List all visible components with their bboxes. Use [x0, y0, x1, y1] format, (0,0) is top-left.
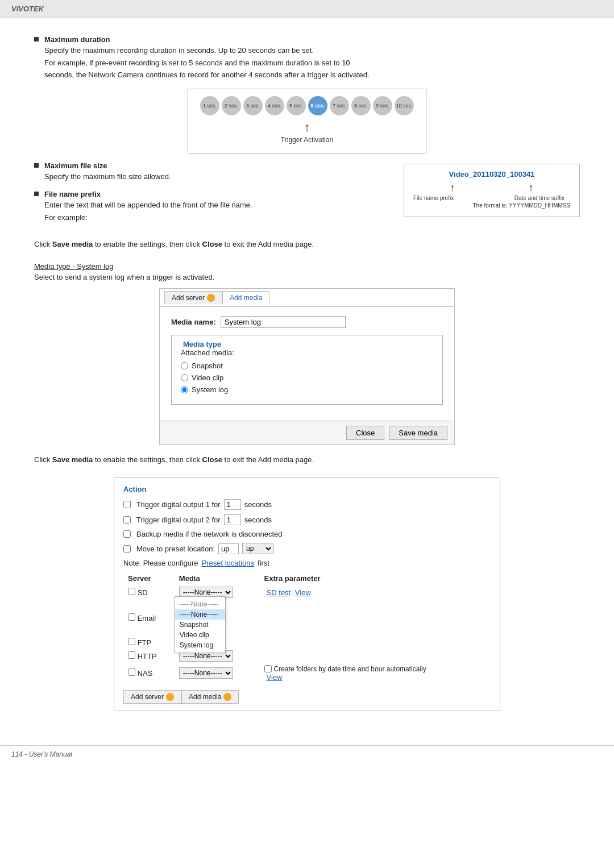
- max-duration-section: Maximum duration Specify the maximum rec…: [34, 35, 580, 81]
- file-arrows: ↑ ↑: [413, 182, 570, 194]
- move-preset-row: Move to preset location: up down left ri…: [123, 543, 491, 554]
- close-bold-2: Close: [202, 455, 222, 464]
- http-checkbox[interactable]: [128, 651, 135, 659]
- bullet-icon-2: [34, 163, 39, 168]
- max-file-size-section: Maximum file size Specify the maximum fi…: [34, 161, 392, 182]
- nas-checkbox[interactable]: [128, 668, 135, 676]
- move-preset-select[interactable]: up down left right: [242, 543, 273, 554]
- save-instruction-1: Click Save media to enable the settings,…: [34, 240, 580, 248]
- sd-view-link[interactable]: View: [295, 588, 311, 597]
- video-clip-radio[interactable]: [181, 374, 188, 381]
- action-title: Action: [123, 485, 491, 493]
- preset-locations-link[interactable]: Preset locations: [202, 559, 255, 567]
- sd-label: SD: [138, 588, 148, 597]
- media-name-label: Media name:: [171, 318, 216, 326]
- server-media-table: Server Media Extra parameter SD -----Non…: [123, 572, 491, 683]
- save-media-button[interactable]: Save media: [389, 426, 447, 440]
- sd-media-dropdown-popup[interactable]: -----None----- -----None----- Snapshot V…: [175, 596, 226, 653]
- file-name-prefix-box: Video_20110320_100341 ↑ ↑ File name pref…: [404, 164, 580, 217]
- move-preset-checkbox[interactable]: [123, 545, 131, 553]
- media-type-system-log-desc: Select to send a system log when a trigg…: [34, 273, 580, 281]
- trigger-output-1-row: Trigger digital output 1 for seconds: [123, 499, 491, 510]
- max-duration-desc3: seconds, the Network Camera continues to…: [44, 69, 370, 81]
- media-type-fieldset: Media type Attached media: Snapshot Vide…: [171, 335, 443, 405]
- media-type-legend: Media type: [181, 340, 433, 348]
- http-label: HTTP: [138, 652, 157, 661]
- nas-view-link[interactable]: View: [267, 673, 283, 682]
- snapshot-label: Snapshot: [192, 362, 223, 370]
- backup-media-checkbox[interactable]: [123, 530, 131, 538]
- arrow-right: ↑: [529, 182, 534, 194]
- email-label: Email: [138, 614, 156, 622]
- trigger-output-1-input[interactable]: [224, 499, 241, 510]
- panel-tab-row: Add server Add media: [160, 289, 454, 307]
- close-bold-1: Close: [202, 240, 222, 248]
- backup-media-label: Backup media if the network is disconnec…: [136, 530, 283, 538]
- popup-snapshot-option[interactable]: Snapshot: [175, 620, 225, 630]
- close-button[interactable]: Close: [346, 426, 384, 440]
- trigger-output-2-row: Trigger digital output 2 for seconds: [123, 514, 491, 525]
- action-panel: Action Trigger digital output 1 for seco…: [114, 477, 500, 711]
- nas-folders-label: Create folders by date time and hour aut…: [274, 665, 426, 673]
- brand-label: VIVOTEK: [11, 5, 44, 13]
- trigger-diagram: 1 sec. 2 sec. 3 sec. 4 sec. 5 sec. 6 sec…: [188, 89, 426, 153]
- nas-label: NAS: [138, 669, 153, 678]
- bottom-tab-add-media[interactable]: Add media: [181, 690, 239, 704]
- timeline-circles: 1 sec. 2 sec. 3 sec. 4 sec. 5 sec. 6 sec…: [200, 96, 414, 115]
- system-log-label: System log: [192, 385, 228, 394]
- bottom-add-server-label: Add server: [131, 693, 164, 701]
- col-server: Server: [123, 572, 175, 585]
- popup-video-clip-option[interactable]: Video clip: [175, 630, 225, 640]
- popup-system-log-option[interactable]: System log: [175, 640, 225, 650]
- sd-test-link[interactable]: SD test: [267, 588, 291, 597]
- circle-2sec: 2 sec.: [222, 96, 241, 115]
- max-duration-title: Maximum duration: [44, 35, 370, 44]
- save-instruction-2: Click Save media to enable the settings,…: [34, 455, 580, 464]
- max-duration-desc1: Specify the maximum recording duration i…: [44, 45, 370, 56]
- backup-media-row: Backup media if the network is disconnec…: [123, 530, 491, 538]
- note-text: Note: Please configure: [123, 559, 198, 567]
- add-media-panel: Add server Add media Media name: Media t…: [159, 288, 455, 445]
- snapshot-radio-row: Snapshot: [181, 362, 433, 370]
- nas-media-select[interactable]: -----None----- Snapshot Video clip Syste…: [179, 667, 233, 679]
- trigger-output-2-unit: seconds: [244, 516, 272, 524]
- max-file-size-title: Maximum file size: [44, 161, 171, 170]
- trigger-arrow: ↑: [200, 120, 414, 135]
- save-text-before-2: Click: [34, 455, 52, 464]
- add-media-tab-label: Add media: [230, 294, 262, 302]
- bottom-tab-add-server[interactable]: Add server: [123, 690, 181, 704]
- max-duration-desc2: For example, if pre-event recording is s…: [44, 57, 370, 69]
- save-text-mid-1: to enable the settings, then click: [93, 240, 202, 248]
- circle-1sec: 1 sec.: [200, 96, 219, 115]
- snapshot-radio[interactable]: [181, 362, 188, 369]
- tab-add-server[interactable]: Add server: [164, 291, 222, 304]
- ftp-label: FTP: [138, 638, 152, 647]
- trigger-output-1-unit: seconds: [244, 500, 272, 509]
- footer-text: 114 - User's Manual: [11, 750, 72, 758]
- trigger-output-2-checkbox[interactable]: [123, 516, 131, 524]
- sd-checkbox[interactable]: [128, 588, 135, 595]
- circle-9sec: 9 sec.: [373, 96, 392, 115]
- tab-add-media[interactable]: Add media: [222, 291, 269, 305]
- trigger-output-1-label: Trigger digital output 1 for: [136, 500, 221, 509]
- save-text-before-1: Click: [34, 240, 52, 248]
- file-name-prefix-desc2: For example:: [44, 212, 252, 223]
- email-checkbox[interactable]: [128, 613, 135, 621]
- trigger-output-2-input[interactable]: [224, 514, 241, 525]
- bottom-add-media-label: Add media: [189, 693, 221, 701]
- popup-none-highlighted[interactable]: -----None-----: [175, 609, 225, 620]
- col-extra: Extra parameter: [260, 572, 491, 585]
- media-name-input[interactable]: [221, 316, 346, 328]
- add-server-tab-icon: [207, 294, 215, 302]
- move-preset-input[interactable]: [218, 543, 239, 554]
- video-clip-radio-row: Video clip: [181, 373, 433, 382]
- nas-folders-checkbox[interactable]: [264, 665, 272, 672]
- system-log-radio[interactable]: [181, 386, 188, 393]
- file-format-sub: The format is: YYYYMMDD_HHMMSS: [413, 202, 570, 209]
- trigger-output-1-checkbox[interactable]: [123, 501, 131, 508]
- ftp-checkbox[interactable]: [128, 638, 135, 645]
- save-text-after-2: to exit the Add media page.: [222, 455, 314, 464]
- popup-none-option[interactable]: -----None-----: [175, 599, 225, 609]
- bullet-icon-3: [34, 192, 39, 196]
- circle-4sec: 4 sec.: [265, 96, 284, 115]
